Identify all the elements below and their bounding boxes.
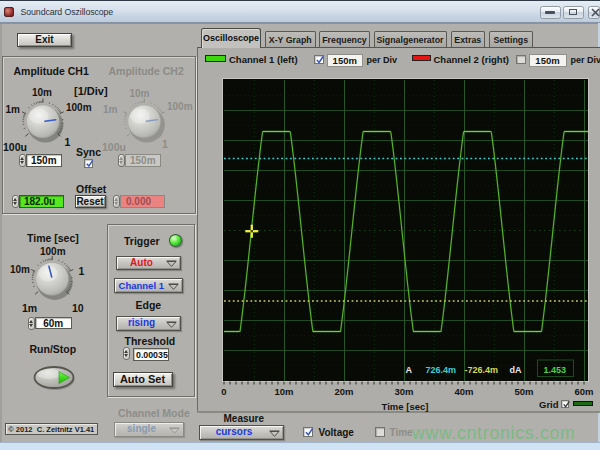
svg-text:726.4m: 726.4m xyxy=(425,364,456,374)
svg-text:-726.4m: -726.4m xyxy=(464,364,498,374)
svg-text:A: A xyxy=(405,364,412,374)
svg-text:1.453: 1.453 xyxy=(543,364,566,374)
svg-text:dA: dA xyxy=(509,364,521,374)
